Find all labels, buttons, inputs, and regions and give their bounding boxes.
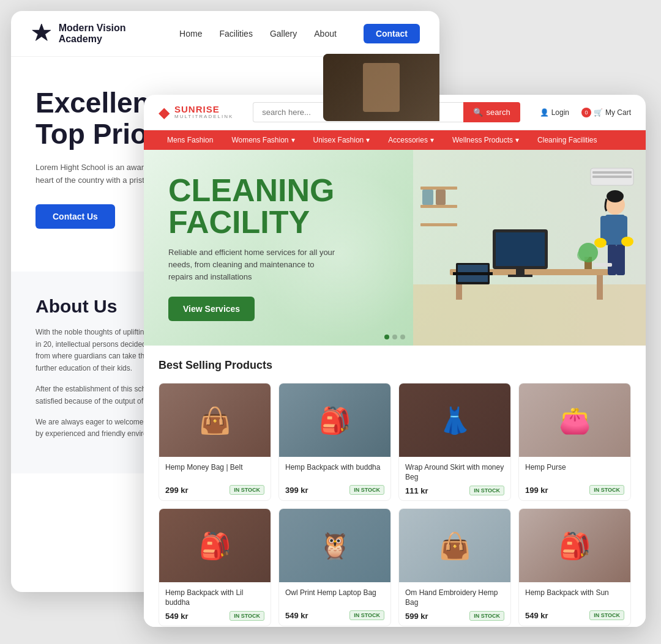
front-hero-content: CLEANING FACILITY Reliable and efficient… [144, 152, 364, 343]
product-price-3: 199 kr [525, 486, 548, 495]
product-stock-4: IN STOCK [230, 611, 264, 621]
svg-point-30 [594, 238, 607, 248]
front-nav-cleaning[interactable]: Cleaning Facilities [529, 130, 605, 150]
svg-rect-18 [592, 176, 632, 178]
front-nav-unisex[interactable]: Unisex Fashion ▾ [305, 130, 379, 150]
back-navbar: Modern Vision Academy Home Facilities Ga… [11, 11, 439, 57]
search-btn-label: search [487, 108, 510, 117]
product-price-2: 111 kr [405, 486, 428, 495]
product-card-1[interactable]: 🎒 Hemp Backpack with buddha 399 kr IN ST… [278, 383, 391, 501]
product-card-6[interactable]: 👜 Om Hand Embroidery Hemp Bag 599 kr IN … [398, 508, 511, 626]
hero-dot-2[interactable] [392, 335, 397, 339]
front-login-link[interactable]: 👤 Login [540, 108, 569, 117]
product-price-row-1: 399 kr IN STOCK [285, 485, 384, 495]
front-products-section: Best Selling Products 👜 Hemp Money Bag |… [144, 346, 646, 627]
product-card-3[interactable]: 👛 Hemp Purse 199 kr IN STOCK [518, 383, 631, 501]
search-icon: 🔍 [473, 108, 483, 117]
product-price-row-5: 549 kr IN STOCK [285, 610, 384, 620]
product-name-0: Hemp Money Bag | Belt [165, 463, 264, 481]
hero-dots [384, 335, 405, 339]
product-price-row-2: 111 kr IN STOCK [405, 486, 504, 495]
cart-icon: 🛒 [594, 108, 603, 117]
product-img-icon-2: 👗 [439, 405, 471, 435]
back-contact-button[interactable]: Contact [364, 24, 420, 43]
product-img-icon-1: 🎒 [319, 405, 351, 435]
back-hero-contact-button[interactable]: Contact Us [35, 204, 115, 229]
front-hero-desc: Reliable and efficient home services for… [168, 246, 340, 283]
product-info-7: Hemp Backpack with Sun 549 kr IN STOCK [519, 582, 630, 625]
product-image-1: 🎒 [279, 383, 390, 457]
front-card: ◆ SUNRISE MULTITRADELINK 🔍 search 👤 Logi… [144, 95, 646, 627]
product-image-0: 👜 [159, 383, 271, 457]
hero-dot-1[interactable] [384, 335, 389, 339]
product-image-3: 👛 [519, 383, 630, 457]
product-image-6: 👜 [399, 509, 510, 582]
product-img-icon-6: 👜 [439, 531, 471, 561]
product-name-6: Om Hand Embroidery Hemp Bag [405, 588, 504, 607]
product-price-6: 599 kr [405, 612, 428, 621]
user-icon: 👤 [540, 108, 549, 117]
product-image-7: 🎒 [519, 509, 630, 582]
login-label: Login [551, 108, 569, 117]
front-nav-accessories[interactable]: Accessories ▾ [379, 130, 443, 150]
hero-dot-3[interactable] [400, 335, 405, 339]
chevron-down-icon: ▾ [291, 136, 295, 144]
product-card-5[interactable]: 🦉 Owl Print Hemp Laptop Bag 549 kr IN ST… [278, 508, 391, 626]
front-logo: ◆ SUNRISE MULTITRADELINK [159, 104, 233, 121]
front-nav-mens[interactable]: Mens Fashion [159, 130, 222, 150]
front-nav-womens[interactable]: Womens Fashion ▾ [223, 130, 303, 150]
product-img-icon-5: 🦉 [319, 531, 351, 561]
product-price-5: 549 kr [285, 611, 308, 620]
product-info-2: Wrap Around Skirt with money Beg 111 kr … [399, 457, 510, 500]
front-logo-sub: MULTITRADELINK [174, 114, 233, 120]
front-hero-image [413, 150, 646, 346]
product-info-5: Owl Print Hemp Laptop Bag 549 kr IN STOC… [279, 582, 390, 625]
svg-rect-7 [496, 232, 545, 266]
svg-rect-28 [608, 245, 616, 275]
front-logo-icon: ◆ [159, 104, 170, 121]
product-stock-3: IN STOCK [589, 485, 624, 495]
product-name-3: Hemp Purse [525, 463, 624, 481]
svg-rect-1 [413, 284, 646, 346]
front-hero-view-services-button[interactable]: View Services [168, 297, 255, 321]
product-image-2: 👗 [399, 383, 510, 457]
svg-rect-8 [516, 269, 525, 275]
product-card-4[interactable]: 🎒 Hemp Backpack with Lil buddha 549 kr I… [159, 508, 271, 626]
product-name-2: Wrap Around Skirt with money Beg [405, 463, 504, 482]
product-name-5: Owl Print Hemp Laptop Bag [285, 588, 384, 607]
product-stock-2: IN STOCK [469, 486, 504, 495]
back-nav-links: Home Facilities Gallery About Contact [179, 24, 420, 43]
product-image-5: 🦉 [279, 509, 390, 582]
front-nav-wellness[interactable]: Wellness Products ▾ [444, 130, 528, 150]
product-name-7: Hemp Backpack with Sun [525, 588, 624, 607]
svg-rect-23 [436, 190, 446, 205]
product-price-0: 299 kr [165, 486, 189, 495]
back-nav-about[interactable]: About [314, 29, 337, 39]
product-stock-1: IN STOCK [349, 485, 384, 495]
back-nav-home[interactable]: Home [179, 29, 202, 39]
front-logo-main: SUNRISE [174, 105, 233, 115]
product-card-7[interactable]: 🎒 Hemp Backpack with Sun 549 kr IN STOCK [518, 508, 631, 626]
products-grid: 👜 Hemp Money Bag | Belt 299 kr IN STOCK … [159, 383, 631, 626]
svg-rect-19 [420, 187, 457, 190]
front-cart-link[interactable]: 0 🛒 My Cart [581, 108, 631, 117]
back-logo: Modern Vision Academy [31, 22, 165, 45]
product-card-0[interactable]: 👜 Hemp Money Bag | Belt 299 kr IN STOCK [159, 383, 271, 501]
front-search-button[interactable]: 🔍 search [463, 102, 520, 122]
product-stock-5: IN STOCK [349, 610, 384, 620]
product-info-6: Om Hand Embroidery Hemp Bag 599 kr IN ST… [399, 582, 510, 626]
product-price-row-4: 549 kr IN STOCK [165, 611, 264, 621]
product-info-4: Hemp Backpack with Lil buddha 549 kr IN … [159, 582, 271, 626]
back-logo-icon [31, 22, 53, 45]
svg-rect-9 [508, 275, 532, 277]
product-price-row-6: 599 kr IN STOCK [405, 611, 504, 621]
product-card-2[interactable]: 👗 Wrap Around Skirt with money Beg 111 k… [398, 383, 511, 501]
back-logo-text: Modern Vision Academy [59, 23, 165, 45]
back-nav-facilities[interactable]: Facilities [219, 29, 252, 39]
front-products-title: Best Selling Products [159, 359, 631, 372]
svg-rect-21 [420, 223, 457, 226]
front-topbar-right: 👤 Login 0 🛒 My Cart [540, 108, 631, 117]
product-img-icon-4: 🎒 [199, 531, 231, 561]
product-info-1: Hemp Backpack with buddha 399 kr IN STOC… [279, 457, 390, 500]
back-nav-gallery[interactable]: Gallery [270, 29, 297, 39]
